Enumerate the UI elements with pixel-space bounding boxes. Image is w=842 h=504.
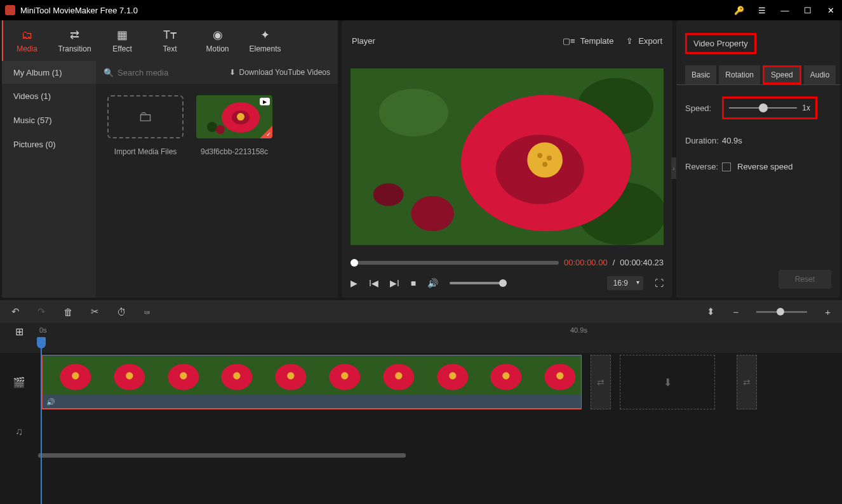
volume-slider[interactable]: [450, 282, 507, 284]
play-button[interactable]: ▶: [351, 278, 358, 288]
close-button[interactable]: ✕: [824, 6, 837, 15]
crop-button[interactable]: ⎃: [144, 307, 150, 317]
sidebar-item-pictures[interactable]: Pictures (0): [2, 132, 96, 156]
search-input[interactable]: [117, 68, 229, 77]
fullscreen-button[interactable]: ⛶: [655, 278, 664, 288]
transition-icon: ⇄: [70, 28, 79, 42]
import-media-button[interactable]: 🗀: [107, 95, 184, 138]
video-track-row: 🎬 🔊 ⇄ ⬇ ⇄: [0, 354, 842, 412]
zoom-thumb[interactable]: [777, 308, 784, 315]
prev-frame-button[interactable]: I◀: [369, 278, 378, 288]
duration-value: 40.9s: [722, 136, 742, 145]
seek-thumb[interactable]: [351, 259, 358, 267]
cut-button[interactable]: ✂: [91, 306, 99, 317]
svg-point-12: [527, 142, 563, 178]
svg-point-7: [379, 89, 448, 137]
volume-icon[interactable]: 🔊: [427, 278, 438, 288]
preview-image: [351, 61, 664, 253]
tab-rotation[interactable]: Rotation: [719, 65, 760, 84]
seek-slider[interactable]: [351, 261, 559, 265]
sidebar-item-videos[interactable]: Videos (1): [2, 84, 96, 108]
preview-viewport: [342, 61, 672, 253]
next-frame-button[interactable]: ▶I: [390, 278, 399, 288]
ribbon-effect[interactable]: ▦Effect: [98, 20, 146, 61]
collapse-panel-button[interactable]: ›: [671, 157, 676, 179]
search-icon: 🔍: [104, 68, 114, 77]
current-time: 00:00:00.00: [564, 258, 608, 267]
transition-slot-left[interactable]: ⇄: [591, 355, 611, 409]
audio-icon: 🔊: [46, 398, 55, 406]
tab-audio[interactable]: Audio: [804, 65, 836, 84]
maximize-button[interactable]: ☐: [801, 6, 814, 15]
music-track-content[interactable]: [38, 412, 842, 451]
menu-icon[interactable]: ☰: [756, 6, 768, 15]
export-icon: ⇪: [626, 36, 633, 46]
svg-point-26: [180, 372, 187, 379]
transition-slot-right[interactable]: ⇄: [737, 355, 757, 409]
ruler-start: 0s: [39, 326, 47, 334]
playhead-handle[interactable]: [37, 337, 46, 348]
media-grid: 🗀 Import Media Files ▶: [96, 84, 338, 298]
undo-button[interactable]: ↶: [11, 306, 20, 317]
ribbon-media[interactable]: 🗂Media: [3, 20, 51, 61]
speed-slider[interactable]: [729, 107, 797, 109]
speed-tool-button[interactable]: ⏱: [117, 307, 126, 317]
delete-button[interactable]: 🗑: [63, 307, 73, 317]
ribbon-motion[interactable]: ◉Motion: [194, 20, 241, 61]
zoom-slider[interactable]: [756, 311, 807, 313]
folder-open-icon: 🗀: [138, 109, 152, 125]
media-clip-thumb[interactable]: ▶ ✓: [196, 95, 272, 138]
template-icon: ▢≡: [563, 36, 575, 46]
fit-button[interactable]: ⬍: [707, 306, 715, 317]
stop-button[interactable]: ■: [411, 278, 416, 288]
zoom-out-button[interactable]: −: [733, 307, 738, 317]
playhead[interactable]: [41, 340, 42, 504]
video-track-content[interactable]: 🔊 ⇄ ⬇ ⇄: [38, 354, 842, 411]
tab-speed[interactable]: Speed: [763, 65, 801, 84]
reset-button[interactable]: Reset: [779, 270, 831, 289]
template-button[interactable]: ▢≡Template: [563, 36, 613, 46]
download-youtube-link[interactable]: ⬇Download YouTube Videos: [229, 68, 330, 77]
tab-basic[interactable]: Basic: [685, 65, 716, 84]
svg-point-47: [556, 372, 563, 379]
titlebar: MiniTool MovieMaker Free 7.1.0 🔑 ☰ — ☐ ✕: [0, 0, 842, 20]
minimize-button[interactable]: —: [779, 6, 791, 15]
horizontal-scrollbar[interactable]: [0, 453, 842, 459]
timeline-spacer-row: [0, 340, 842, 354]
library-sidebar: Videos (1) Music (57) Pictures (0): [2, 84, 96, 298]
video-clip[interactable]: 🔊: [42, 355, 582, 409]
aspect-ratio-select[interactable]: 16:9: [607, 276, 643, 290]
svg-point-29: [234, 372, 241, 379]
app-icon: [5, 5, 15, 15]
sidebar-item-music[interactable]: Music (57): [2, 108, 96, 132]
effect-icon: ▦: [117, 28, 128, 42]
timeline-ruler[interactable]: ⊞ 0s 40.9s: [0, 323, 842, 340]
volume-thumb[interactable]: [499, 279, 507, 287]
redo-button[interactable]: ↷: [37, 306, 46, 317]
svg-point-1: [207, 122, 217, 132]
ribbon-transition[interactable]: ⇄Transition: [51, 20, 98, 61]
clip-frames: [43, 355, 581, 396]
scrollbar-thumb[interactable]: [38, 453, 406, 458]
speed-slider-thumb[interactable]: [759, 103, 768, 112]
motion-icon: ◉: [213, 28, 223, 42]
ribbon-text[interactable]: TᴛText: [146, 20, 194, 61]
album-tab[interactable]: My Album (1): [2, 61, 96, 84]
svg-point-20: [72, 372, 79, 379]
add-track-button[interactable]: ⊞: [0, 326, 38, 338]
import-label: Import Media Files: [114, 147, 177, 156]
add-clip-slot[interactable]: ⬇: [620, 355, 715, 409]
svg-point-38: [395, 372, 402, 379]
reverse-label: Reverse:: [685, 162, 722, 171]
svg-point-35: [341, 372, 348, 379]
zoom-in-button[interactable]: +: [825, 307, 831, 317]
elements-icon: ✦: [260, 28, 270, 42]
folder-icon: 🗂: [22, 29, 33, 42]
duration-label: Duration:: [685, 136, 722, 145]
key-icon[interactable]: 🔑: [733, 6, 745, 15]
reverse-text: Reverse speed: [737, 162, 792, 171]
svg-point-41: [449, 372, 456, 379]
export-button[interactable]: ⇪Export: [626, 36, 662, 46]
reverse-checkbox[interactable]: [722, 162, 731, 171]
ribbon-elements[interactable]: ✦Elements: [241, 20, 289, 61]
